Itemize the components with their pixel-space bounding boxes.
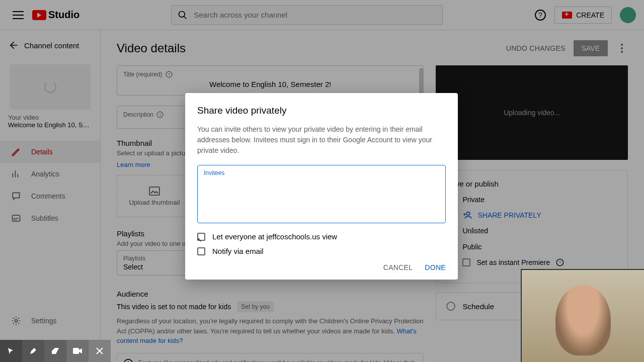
close-tool[interactable]: [89, 340, 111, 362]
checkbox-icon: [197, 247, 205, 255]
let-everyone-checkbox[interactable]: ↖ Let everyone at jeffcoschools.us view: [197, 232, 446, 241]
cancel-button[interactable]: CANCEL: [383, 263, 413, 272]
modal-text: You can invite others to view your priva…: [197, 124, 446, 156]
cursor-tool[interactable]: [0, 340, 22, 362]
invitees-label: Invitees: [204, 169, 439, 176]
camera-tool[interactable]: [66, 340, 89, 362]
modal-actions: CANCEL DONE: [197, 263, 446, 272]
screencast-toolbar: [0, 340, 111, 362]
share-privately-modal: Share video privately You can invite oth…: [185, 93, 458, 280]
cursor-icon: ↖: [197, 237, 202, 243]
modal-title: Share video privately: [197, 105, 446, 116]
let-everyone-label: Let everyone at jeffcoschools.us view: [212, 232, 337, 241]
notify-email-label: Notify via email: [212, 247, 264, 255]
webcam-overlay: [521, 269, 644, 362]
invitees-input[interactable]: Invitees: [197, 165, 446, 223]
notify-email-checkbox[interactable]: Notify via email: [197, 247, 446, 255]
pen-tool[interactable]: [22, 340, 44, 362]
checkbox-icon: ↖: [197, 233, 205, 241]
eraser-tool[interactable]: [44, 340, 66, 362]
svg-rect-17: [73, 348, 79, 354]
done-button[interactable]: DONE: [425, 263, 446, 272]
